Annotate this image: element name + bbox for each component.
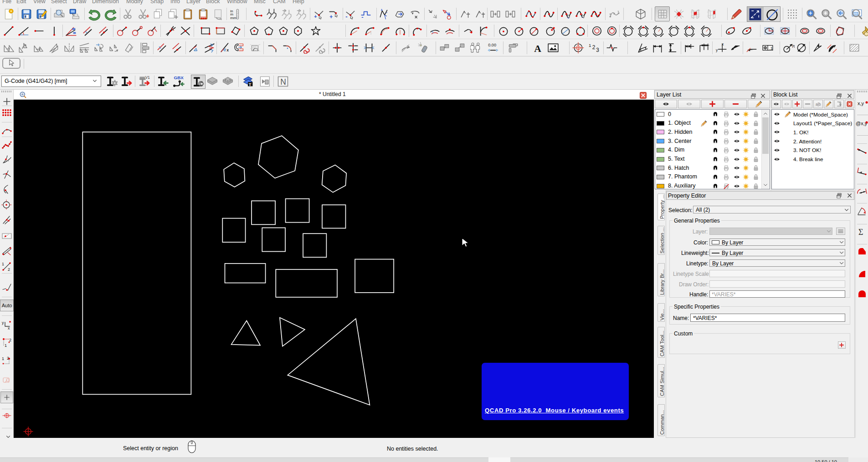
svg-text:-: - [361,14,363,20]
svg-text:-: - [345,13,347,20]
svg-text:3: 3 [596,47,599,53]
svg-text:+: + [314,14,317,19]
svg-text:.1: .1 [769,46,773,51]
svg-text:1: 1 [2,356,4,361]
svg-text:2: 2 [8,267,10,272]
svg-text:1: 1 [589,43,591,48]
svg-text:a|b: a|b [816,102,821,107]
svg-text:y: y [716,48,718,52]
svg-text:x: x [226,48,229,52]
svg-text:1: 1 [2,262,4,266]
svg-text:1: 1 [5,343,7,348]
svg-text:x: x [8,326,10,330]
svg-text:GBX: GBX [174,75,184,80]
svg-text:A: A [534,43,541,54]
svg-text:R: R [792,44,795,49]
svg-text:N: N [280,77,286,86]
svg-text:2: 2 [592,44,596,51]
svg-text:T: T [249,82,252,87]
svg-text:+: + [329,14,333,20]
svg-text:2: 2 [9,338,11,342]
svg-text:V1: V1 [145,76,150,80]
svg-text:2: 2 [7,356,9,360]
svg-text:0.00: 0.00 [488,43,496,47]
svg-text:y: y [2,320,4,325]
svg-text:Σ: Σ [858,228,863,237]
svg-text:mm: mm [230,16,236,20]
